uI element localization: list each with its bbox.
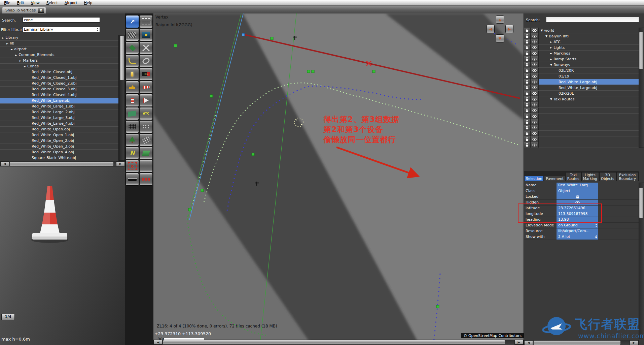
snap-close-icon[interactable]: X <box>38 8 44 13</box>
menu-select[interactable]: Select <box>43 0 61 5</box>
lock-icon[interactable] <box>524 114 531 119</box>
library-tree-vscrollbar[interactable] <box>119 35 125 161</box>
tab-selection[interactable]: Selection <box>524 176 544 181</box>
menu-airport[interactable]: Airport <box>61 0 81 5</box>
hierarchy-item[interactable] <box>539 108 639 113</box>
library-item[interactable]: Red_White_Closed_1.obj <box>0 75 118 81</box>
hierarchy-item[interactable]: ▼Baiyun Intl <box>539 33 639 39</box>
lock-icon[interactable] <box>524 39 531 44</box>
menu-file[interactable]: File <box>1 0 13 5</box>
library-item[interactable]: Red_White_Open_3.obj <box>0 144 118 150</box>
tab-exclusion-boundary[interactable]: Exclusion Boundary <box>616 172 639 181</box>
tab-taxi-routes[interactable]: Taxi Routes <box>566 172 581 181</box>
chevron-right-icon[interactable]: ► <box>550 46 552 49</box>
lock-icon[interactable] <box>524 45 531 50</box>
stepper-icon[interactable] <box>595 235 597 239</box>
library-item[interactable]: Red_White_Closed_4.obj <box>0 92 118 98</box>
library-item[interactable]: ►Cones <box>0 64 118 69</box>
lock-icon[interactable] <box>524 91 531 96</box>
library-search-input[interactable] <box>23 17 100 23</box>
library-item[interactable]: ►lib <box>0 41 118 46</box>
lock-icon[interactable] <box>524 28 531 33</box>
lock-icon[interactable] <box>524 62 531 67</box>
eye-icon[interactable] <box>531 39 539 44</box>
tool-facade[interactable] <box>126 107 139 120</box>
library-item[interactable]: Red_White_Large_4.obj <box>0 121 118 127</box>
tool-road[interactable] <box>126 173 139 186</box>
pan-right-button[interactable]: ▶ <box>505 25 513 33</box>
chevron-down-icon[interactable]: ▼ <box>541 29 543 32</box>
tab-pavement[interactable]: Pavement <box>544 176 565 181</box>
eye-icon[interactable] <box>531 51 539 56</box>
chevron-right-icon[interactable]: ► <box>550 58 552 61</box>
property-value-resource[interactable]: lib/airport/Com... <box>557 228 598 234</box>
chevron-right-icon[interactable]: ► <box>550 52 552 55</box>
pan-up-button[interactable]: ▲ <box>496 15 504 24</box>
lock-icon[interactable] <box>524 68 531 73</box>
library-item[interactable]: Red_White_Closed_3.obj <box>0 87 118 92</box>
eye-icon[interactable] <box>531 79 539 85</box>
chevron-down-icon[interactable]: ▼ <box>550 98 552 101</box>
dropdown-stepper-icon[interactable] <box>97 28 99 31</box>
chevron-right-icon[interactable]: ► <box>6 42 8 45</box>
lock-icon[interactable] <box>524 51 531 56</box>
library-item[interactable]: ►Library <box>0 35 118 41</box>
tool-light-fixture[interactable] <box>126 68 139 81</box>
pan-left-button[interactable]: ◀ <box>487 25 495 33</box>
lock-icon[interactable] <box>524 73 531 79</box>
eye-icon[interactable] <box>531 131 539 136</box>
hierarchy-item[interactable]: 02R/20L <box>539 91 639 96</box>
tool-atc-taxi-route[interactable] <box>139 107 153 120</box>
eye-icon[interactable] <box>531 73 539 79</box>
scroll-right-icon[interactable]: ▶ <box>514 340 523 345</box>
lock-icon[interactable] <box>524 33 531 39</box>
hierarchy-item[interactable] <box>539 142 639 148</box>
eye-icon[interactable] <box>531 85 539 90</box>
lock-icon[interactable] <box>524 108 531 113</box>
library-item[interactable]: Red_White_Open_4.obj <box>0 150 118 155</box>
hierarchy-search-input[interactable] <box>546 17 639 22</box>
library-hscrollbar[interactable]: ◀ ▶ <box>0 161 125 166</box>
tool-select[interactable] <box>126 15 139 28</box>
hierarchy-item[interactable]: 01/19 <box>539 73 639 79</box>
hierarchy-item[interactable]: ▼Runways <box>539 62 639 67</box>
tool-polygon[interactable] <box>139 147 153 159</box>
tool-building[interactable] <box>126 120 139 133</box>
eye-icon[interactable] <box>531 96 539 102</box>
eye-icon[interactable] <box>531 68 539 73</box>
tool-forest[interactable] <box>126 133 139 146</box>
chevron-right-icon[interactable]: ► <box>15 54 17 57</box>
hierarchy-item[interactable]: ►Markings <box>539 51 639 56</box>
menu-help[interactable]: Help <box>80 0 96 5</box>
tool-runway[interactable] <box>126 28 139 41</box>
hierarchy-item[interactable] <box>539 136 639 142</box>
tool-string[interactable] <box>139 120 153 133</box>
filter-libraries-dropdown[interactable]: Laminar Library <box>23 27 100 32</box>
hierarchy-vscrollbar[interactable] <box>639 28 644 148</box>
map-hscrollbar[interactable]: ◀ ▶ <box>153 340 524 345</box>
tool-sign[interactable] <box>139 68 153 81</box>
tool-ramp-start[interactable] <box>139 94 153 107</box>
library-item[interactable]: Red_White_Open_1.obj <box>0 132 118 138</box>
hierarchy-item[interactable]: 02L/20R <box>539 68 639 73</box>
property-value-name[interactable]: Red_White_Larg... <box>557 183 598 188</box>
hierarchy-item[interactable] <box>539 119 639 125</box>
library-item[interactable]: Red_White_Large_2.obj <box>0 109 118 115</box>
tool-light-string[interactable] <box>139 133 153 146</box>
tool-helipad[interactable] <box>126 41 139 54</box>
tool-taxiline[interactable] <box>126 55 139 67</box>
lock-icon[interactable] <box>524 131 531 136</box>
tool-hole[interactable] <box>139 55 153 67</box>
hierarchy-item[interactable] <box>539 102 639 107</box>
eye-icon[interactable] <box>531 91 539 96</box>
lock-icon[interactable] <box>524 136 531 142</box>
tool-taxiway[interactable] <box>139 41 153 54</box>
hierarchy-item[interactable]: ►Lights <box>539 45 639 50</box>
tab-3d-objects[interactable]: 3D Objects <box>599 172 616 181</box>
library-item[interactable]: Red_White_Closed_2.obj <box>0 81 118 87</box>
hierarchy-item[interactable]: ▼world <box>539 28 639 33</box>
eye-icon[interactable] <box>531 142 539 148</box>
lock-icon[interactable] <box>524 142 531 148</box>
eye-icon[interactable] <box>531 45 539 50</box>
eye-icon[interactable] <box>531 125 539 130</box>
